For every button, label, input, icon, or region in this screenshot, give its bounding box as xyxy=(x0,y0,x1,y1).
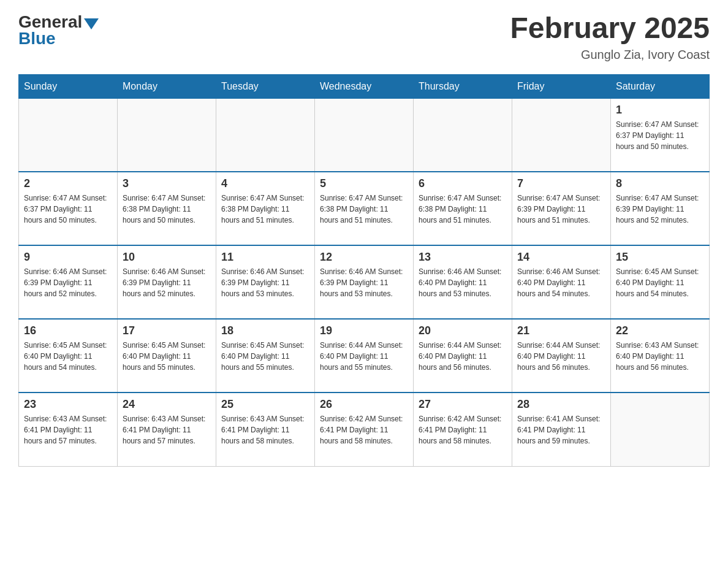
day-info: Sunrise: 6:41 AM Sunset: 6:41 PM Dayligh… xyxy=(517,413,605,446)
day-number: 15 xyxy=(616,251,704,264)
calendar-day-cell: 14Sunrise: 6:46 AM Sunset: 6:40 PM Dayli… xyxy=(512,245,611,319)
day-of-week-header: Friday xyxy=(512,74,611,98)
calendar-day-cell: 16Sunrise: 6:45 AM Sunset: 6:40 PM Dayli… xyxy=(19,319,118,393)
calendar-week-row: 1Sunrise: 6:47 AM Sunset: 6:37 PM Daylig… xyxy=(19,98,710,172)
logo-blue-text: Blue xyxy=(18,29,56,48)
day-of-week-header: Wednesday xyxy=(315,74,414,98)
day-info: Sunrise: 6:44 AM Sunset: 6:40 PM Dayligh… xyxy=(419,340,507,373)
calendar-day-cell: 10Sunrise: 6:46 AM Sunset: 6:39 PM Dayli… xyxy=(118,245,216,319)
day-number: 19 xyxy=(320,324,408,337)
day-number: 26 xyxy=(320,398,408,411)
calendar-day-cell xyxy=(216,98,315,172)
day-number: 1 xyxy=(616,104,704,117)
calendar-day-cell: 4Sunrise: 6:47 AM Sunset: 6:38 PM Daylig… xyxy=(216,172,315,245)
calendar-day-cell: 1Sunrise: 6:47 AM Sunset: 6:37 PM Daylig… xyxy=(611,98,710,172)
day-number: 12 xyxy=(320,251,408,264)
day-info: Sunrise: 6:43 AM Sunset: 6:40 PM Dayligh… xyxy=(616,340,704,373)
calendar-day-cell: 26Sunrise: 6:42 AM Sunset: 6:41 PM Dayli… xyxy=(315,393,414,466)
logo: General Blue xyxy=(18,12,99,48)
day-number: 13 xyxy=(419,251,507,264)
day-info: Sunrise: 6:43 AM Sunset: 6:41 PM Dayligh… xyxy=(221,413,309,446)
calendar-day-cell: 6Sunrise: 6:47 AM Sunset: 6:38 PM Daylig… xyxy=(414,172,512,245)
day-info: Sunrise: 6:47 AM Sunset: 6:39 PM Dayligh… xyxy=(517,193,605,226)
month-title: February 2025 xyxy=(510,12,710,45)
day-number: 3 xyxy=(123,177,211,190)
day-info: Sunrise: 6:47 AM Sunset: 6:38 PM Dayligh… xyxy=(221,193,309,226)
day-info: Sunrise: 6:46 AM Sunset: 6:40 PM Dayligh… xyxy=(419,266,507,299)
day-of-week-header: Saturday xyxy=(611,74,710,98)
calendar-table: SundayMondayTuesdayWednesdayThursdayFrid… xyxy=(18,74,710,467)
calendar-day-cell: 12Sunrise: 6:46 AM Sunset: 6:39 PM Dayli… xyxy=(315,245,414,319)
calendar-day-cell: 23Sunrise: 6:43 AM Sunset: 6:41 PM Dayli… xyxy=(19,393,118,466)
calendar-day-cell: 15Sunrise: 6:45 AM Sunset: 6:40 PM Dayli… xyxy=(611,245,710,319)
day-info: Sunrise: 6:47 AM Sunset: 6:38 PM Dayligh… xyxy=(320,193,408,226)
calendar-day-cell: 9Sunrise: 6:46 AM Sunset: 6:39 PM Daylig… xyxy=(19,245,118,319)
day-number: 16 xyxy=(24,324,112,337)
calendar-day-cell: 11Sunrise: 6:46 AM Sunset: 6:39 PM Dayli… xyxy=(216,245,315,319)
day-info: Sunrise: 6:45 AM Sunset: 6:40 PM Dayligh… xyxy=(221,340,309,373)
day-number: 4 xyxy=(221,177,309,190)
calendar-day-cell xyxy=(611,393,710,466)
calendar-day-cell: 27Sunrise: 6:42 AM Sunset: 6:41 PM Dayli… xyxy=(414,393,512,466)
day-info: Sunrise: 6:47 AM Sunset: 6:38 PM Dayligh… xyxy=(419,193,507,226)
calendar-day-cell: 24Sunrise: 6:43 AM Sunset: 6:41 PM Dayli… xyxy=(118,393,216,466)
calendar-day-cell xyxy=(118,98,216,172)
calendar-day-cell: 21Sunrise: 6:44 AM Sunset: 6:40 PM Dayli… xyxy=(512,319,611,393)
day-number: 18 xyxy=(221,324,309,337)
calendar-day-cell: 28Sunrise: 6:41 AM Sunset: 6:41 PM Dayli… xyxy=(512,393,611,466)
day-of-week-header: Monday xyxy=(118,74,216,98)
day-info: Sunrise: 6:47 AM Sunset: 6:38 PM Dayligh… xyxy=(123,193,211,226)
calendar-day-cell: 2Sunrise: 6:47 AM Sunset: 6:37 PM Daylig… xyxy=(19,172,118,245)
day-info: Sunrise: 6:45 AM Sunset: 6:40 PM Dayligh… xyxy=(123,340,211,373)
calendar-day-cell: 5Sunrise: 6:47 AM Sunset: 6:38 PM Daylig… xyxy=(315,172,414,245)
page-header: General Blue February 2025 Gunglo Zia, I… xyxy=(18,12,710,62)
day-number: 17 xyxy=(123,324,211,337)
calendar-day-cell: 22Sunrise: 6:43 AM Sunset: 6:40 PM Dayli… xyxy=(611,319,710,393)
calendar-day-cell: 19Sunrise: 6:44 AM Sunset: 6:40 PM Dayli… xyxy=(315,319,414,393)
day-info: Sunrise: 6:42 AM Sunset: 6:41 PM Dayligh… xyxy=(320,413,408,446)
day-info: Sunrise: 6:46 AM Sunset: 6:40 PM Dayligh… xyxy=(517,266,605,299)
day-info: Sunrise: 6:47 AM Sunset: 6:37 PM Dayligh… xyxy=(24,193,112,226)
calendar-day-cell: 7Sunrise: 6:47 AM Sunset: 6:39 PM Daylig… xyxy=(512,172,611,245)
day-number: 8 xyxy=(616,177,704,190)
day-info: Sunrise: 6:46 AM Sunset: 6:39 PM Dayligh… xyxy=(123,266,211,299)
day-number: 5 xyxy=(320,177,408,190)
day-of-week-header: Thursday xyxy=(414,74,512,98)
day-number: 2 xyxy=(24,177,112,190)
location-text: Gunglo Zia, Ivory Coast xyxy=(510,48,710,62)
day-number: 11 xyxy=(221,251,309,264)
day-of-week-header: Tuesday xyxy=(216,74,315,98)
day-info: Sunrise: 6:43 AM Sunset: 6:41 PM Dayligh… xyxy=(24,413,112,446)
calendar-day-cell: 18Sunrise: 6:45 AM Sunset: 6:40 PM Dayli… xyxy=(216,319,315,393)
day-number: 23 xyxy=(24,398,112,411)
calendar-day-cell: 20Sunrise: 6:44 AM Sunset: 6:40 PM Dayli… xyxy=(414,319,512,393)
day-info: Sunrise: 6:46 AM Sunset: 6:39 PM Dayligh… xyxy=(221,266,309,299)
calendar-day-cell: 25Sunrise: 6:43 AM Sunset: 6:41 PM Dayli… xyxy=(216,393,315,466)
day-number: 6 xyxy=(419,177,507,190)
day-number: 27 xyxy=(419,398,507,411)
day-number: 7 xyxy=(517,177,605,190)
calendar-header-row: SundayMondayTuesdayWednesdayThursdayFrid… xyxy=(19,74,710,98)
day-info: Sunrise: 6:45 AM Sunset: 6:40 PM Dayligh… xyxy=(616,266,704,299)
day-of-week-header: Sunday xyxy=(19,74,118,98)
day-info: Sunrise: 6:42 AM Sunset: 6:41 PM Dayligh… xyxy=(419,413,507,446)
calendar-day-cell xyxy=(414,98,512,172)
calendar-week-row: 2Sunrise: 6:47 AM Sunset: 6:37 PM Daylig… xyxy=(19,172,710,245)
day-number: 20 xyxy=(419,324,507,337)
day-number: 28 xyxy=(517,398,605,411)
day-info: Sunrise: 6:46 AM Sunset: 6:39 PM Dayligh… xyxy=(320,266,408,299)
day-info: Sunrise: 6:44 AM Sunset: 6:40 PM Dayligh… xyxy=(517,340,605,373)
day-info: Sunrise: 6:47 AM Sunset: 6:39 PM Dayligh… xyxy=(616,193,704,226)
calendar-week-row: 16Sunrise: 6:45 AM Sunset: 6:40 PM Dayli… xyxy=(19,319,710,393)
day-number: 25 xyxy=(221,398,309,411)
calendar-day-cell: 8Sunrise: 6:47 AM Sunset: 6:39 PM Daylig… xyxy=(611,172,710,245)
day-number: 24 xyxy=(123,398,211,411)
logo-arrow-icon xyxy=(84,18,99,29)
day-info: Sunrise: 6:46 AM Sunset: 6:39 PM Dayligh… xyxy=(24,266,112,299)
day-info: Sunrise: 6:43 AM Sunset: 6:41 PM Dayligh… xyxy=(123,413,211,446)
day-info: Sunrise: 6:44 AM Sunset: 6:40 PM Dayligh… xyxy=(320,340,408,373)
calendar-day-cell: 17Sunrise: 6:45 AM Sunset: 6:40 PM Dayli… xyxy=(118,319,216,393)
day-number: 9 xyxy=(24,251,112,264)
calendar-day-cell: 3Sunrise: 6:47 AM Sunset: 6:38 PM Daylig… xyxy=(118,172,216,245)
day-number: 14 xyxy=(517,251,605,264)
